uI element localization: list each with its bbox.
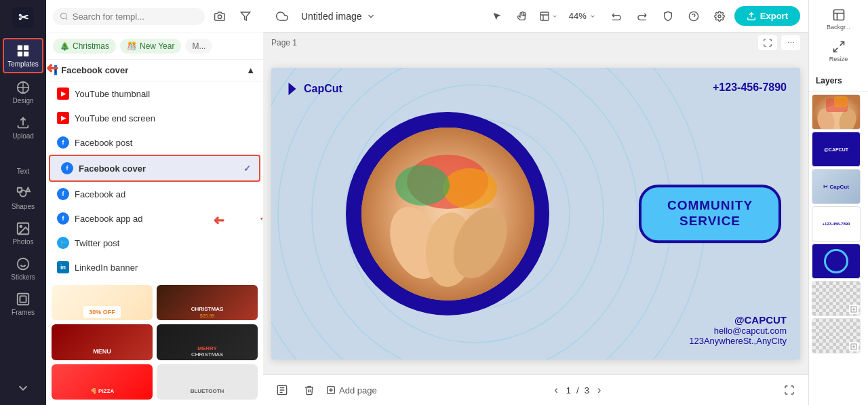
layer-item-3[interactable]: ✂ CapCut — [812, 169, 861, 204]
add-page-btn[interactable]: Add page — [326, 385, 377, 396]
export-label: Export — [760, 11, 788, 21]
category-chevron-up: ▲ — [246, 65, 255, 75]
settings-btn[interactable] — [709, 5, 730, 27]
next-page-btn[interactable]: › — [595, 381, 604, 399]
template-thumb-4[interactable]: MERRY CHRISTMAS — [157, 324, 258, 360]
zoom-chevron-icon — [589, 13, 596, 20]
editor-canvas-area: Page 1 ⋯ — [263, 33, 808, 405]
filter-more[interactable]: M... — [185, 39, 212, 54]
search-input[interactable] — [73, 12, 198, 22]
editor-topbar: Untitled image — [263, 0, 808, 33]
search-bar[interactable] — [53, 8, 205, 25]
menu-label-linkedin-banner: LinkedIn banner — [75, 263, 138, 273]
svg-point-32 — [395, 165, 450, 206]
contact-address: 123AnywhereSt.,AnyCity — [689, 336, 787, 346]
layer-item-5[interactable] — [812, 244, 861, 279]
select-tool-btn[interactable] — [486, 5, 508, 27]
menu-item-youtube-end-screen[interactable]: ▶ YouTube end screen — [46, 106, 263, 130]
selected-checkmark: ✓ — [243, 163, 251, 174]
linkedin-icon: in — [57, 261, 69, 273]
category-header[interactable]: f Facebook cover ▲ — [46, 60, 263, 81]
menu-item-facebook-cover[interactable]: f Facebook cover ✓ — [49, 155, 260, 182]
background-tool[interactable]: Backgr... — [813, 4, 864, 35]
fb-app-ad-icon: f — [57, 212, 69, 225]
sidebar-item-shapes[interactable]: Shapes — [3, 182, 43, 214]
topbar-tools: 44% — [486, 5, 800, 27]
thumb-image-1: 30% OFF — [52, 285, 153, 320]
camera-search-btn[interactable] — [209, 5, 231, 27]
contact-email: hello@capcut.com — [689, 326, 787, 336]
menu-item-linkedin-banner[interactable]: in LinkedIn banner — [46, 255, 263, 279]
templates-icon — [16, 43, 31, 58]
hand-tool-btn[interactable] — [512, 5, 534, 27]
fullscreen-btn[interactable] — [778, 379, 800, 401]
christmas-label: Christmas — [73, 41, 109, 51]
sidebar-item-text[interactable]: Text — [3, 147, 43, 179]
sidebar-item-upload[interactable]: Upload — [3, 111, 43, 144]
export-button[interactable]: Export — [734, 6, 800, 26]
nav-right — [778, 379, 800, 401]
template-thumb-1[interactable]: 30% OFF — [52, 285, 153, 320]
fb-ad-icon: f — [57, 188, 69, 200]
export-icon — [747, 12, 756, 21]
svg-rect-14 — [20, 296, 26, 302]
redo-btn[interactable] — [631, 5, 653, 27]
filter-btn[interactable] — [235, 5, 256, 27]
help-btn[interactable] — [683, 5, 705, 27]
canvas-fit-btn[interactable] — [758, 35, 777, 50]
youtube-icon: ▶ — [57, 88, 69, 100]
page-thumbnail-btn[interactable] — [271, 379, 293, 401]
menu-item-youtube-thumbnail[interactable]: ▶ YouTube thumbnail — [46, 81, 263, 106]
svg-rect-35 — [833, 10, 844, 20]
sidebar-item-stickers[interactable]: Stickers — [3, 252, 43, 285]
layer-item-4[interactable]: +123-456-7890 — [812, 206, 861, 242]
template-thumb-6[interactable]: BLUETOOTH — [157, 364, 258, 400]
shield-icon-btn[interactable] — [657, 5, 679, 27]
filter-christmas[interactable]: 🎄 Christmas — [53, 39, 116, 54]
menu-item-facebook-app-ad[interactable]: f Facebook app ad ← — [46, 206, 263, 231]
undo-btn[interactable] — [606, 5, 627, 27]
svg-rect-3 — [24, 45, 28, 50]
add-page-icon — [326, 385, 336, 396]
menu-item-twitter-post[interactable]: 🐦 Twitter post — [46, 231, 263, 255]
zoom-control[interactable]: 44% — [564, 8, 601, 24]
sidebar-item-templates[interactable]: Templates — [3, 38, 43, 73]
template-thumb-3[interactable]: MENU — [52, 324, 153, 360]
layer-item-1[interactable] — [812, 94, 861, 130]
sidebar-item-design[interactable]: Design — [3, 76, 43, 109]
page-separator: / — [576, 385, 579, 396]
community-service-badge: COMMUNITY SERVICE — [639, 185, 781, 243]
layer-item-6[interactable] — [812, 281, 861, 316]
canvas-more-btn[interactable]: ⋯ — [781, 35, 800, 50]
template-thumb-5[interactable]: 🍕 PIZZA — [52, 364, 153, 400]
sidebar-expand-button[interactable] — [3, 377, 43, 400]
add-page-label: Add page — [339, 385, 377, 396]
filter-newyear[interactable]: 🎊 New Year — [120, 39, 181, 54]
main-canvas[interactable]: CapCut +123-456-7890 — [271, 68, 800, 360]
resize-tool[interactable]: Resize — [813, 36, 864, 66]
template-thumb-2[interactable]: CHRISTMAS $25.99 — [157, 285, 258, 320]
title-chevron-icon — [366, 12, 376, 21]
menu-item-facebook-post[interactable]: f Facebook post — [46, 130, 263, 155]
templates-panel: 🎄 Christmas 🎊 New Year M... f Facebook c… — [46, 0, 263, 405]
svg-text:✂: ✂ — [18, 11, 29, 24]
inner-photo-circle — [361, 128, 534, 301]
layer-item-7[interactable] — [812, 318, 861, 353]
layout-tool-btn[interactable] — [538, 5, 559, 27]
sidebar-item-frames[interactable]: Frames — [3, 288, 43, 320]
prev-page-btn[interactable]: ‹ — [551, 381, 560, 399]
right-tool-buttons: Backgr... Resize — [809, 0, 868, 71]
menu-label-facebook-post: Facebook post — [75, 138, 132, 148]
sidebar-upload-label: Upload — [12, 132, 34, 140]
sidebar-item-photos[interactable]: Photos — [3, 217, 43, 250]
sidebar-templates-label: Templates — [7, 60, 39, 68]
newyear-label: New Year — [140, 41, 174, 51]
template-menu-list: ▶ YouTube thumbnail ▶ YouTube end screen… — [46, 81, 263, 279]
menu-item-facebook-ad[interactable]: f Facebook ad — [46, 182, 263, 206]
outer-circle — [346, 112, 549, 315]
arrow-indicator-app-ad: ← — [258, 212, 263, 226]
menu-label-youtube-end-screen: YouTube end screen — [75, 113, 155, 123]
cloud-save-btn[interactable] — [271, 5, 293, 27]
layer-item-2[interactable]: @CAPCUT — [812, 132, 861, 167]
delete-page-btn[interactable] — [298, 379, 320, 401]
